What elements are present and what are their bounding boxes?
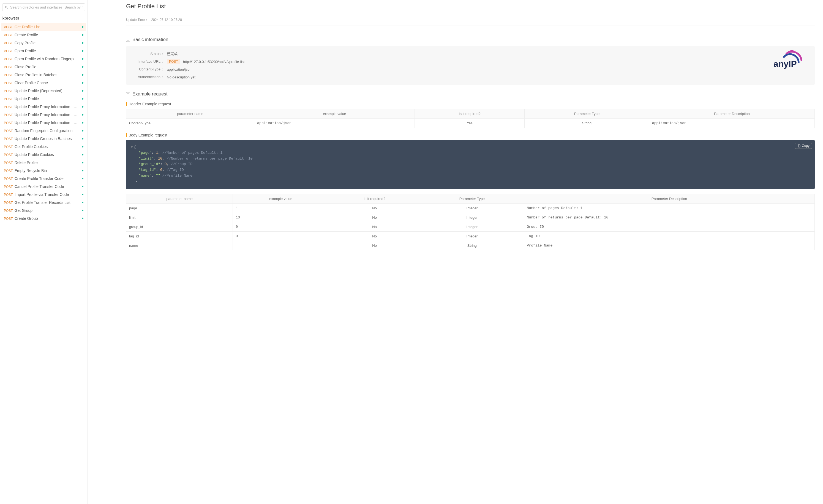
code-close: } xyxy=(131,179,810,185)
cell-desc: application/json xyxy=(649,118,814,128)
sidebar-item[interactable]: POSTGet Profile List xyxy=(1,23,86,31)
http-method-label: POST xyxy=(4,177,13,181)
sidebar-item-label: Update Profile (Deprecated) xyxy=(15,88,62,93)
cell-example: 10 xyxy=(233,213,329,222)
sub-body-request: Body Example request xyxy=(126,133,815,137)
http-method-label: POST xyxy=(4,153,13,157)
status-dot-icon xyxy=(82,138,84,140)
cell-required: Yes xyxy=(415,118,525,128)
http-method-label: POST xyxy=(4,145,13,149)
http-method-label: POST xyxy=(4,121,13,125)
sidebar-item[interactable]: POSTOpen Profile with Random Fingerprint… xyxy=(1,55,86,63)
sidebar-item[interactable]: POSTUpdate Profile Proxy Information - P… xyxy=(1,103,86,110)
http-method-label: POST xyxy=(4,105,13,109)
cell-param-name: limit xyxy=(126,213,233,222)
status-dot-icon xyxy=(82,130,84,132)
sidebar-item[interactable]: POSTUpdate Profile (Deprecated) xyxy=(1,87,86,95)
cell-type: Integer xyxy=(420,203,524,213)
sidebar-item[interactable]: POSTRandom Fingerprint Configuration xyxy=(1,127,86,135)
svg-text:anyIP: anyIP xyxy=(774,59,797,69)
sidebar-item[interactable]: POSTClose Profiles in Batches xyxy=(1,71,86,79)
sidebar-item[interactable]: POSTUpdate Profile Groups in Batches xyxy=(1,135,86,143)
sidebar-item-label: Open Profile with Random Fingerprint Co… xyxy=(15,57,78,61)
status-dot-icon xyxy=(82,162,84,164)
cell-example: 1 xyxy=(233,203,329,213)
status-dot-icon xyxy=(82,146,84,148)
sidebar-item[interactable]: POSTCopy Profile xyxy=(1,39,86,47)
sidebar-item[interactable]: POSTUpdate Profile Cookies xyxy=(1,151,86,159)
sidebar-item[interactable]: POSTCreate Group xyxy=(1,215,86,222)
update-time-label: Update Time： xyxy=(126,18,148,22)
status-dot-icon xyxy=(82,194,84,195)
status-dot-icon xyxy=(82,66,84,68)
sidebar: ixbrowser POSTGet Profile ListPOSTCreate… xyxy=(0,0,88,504)
cell-example: application/json xyxy=(254,118,415,128)
sidebar-item[interactable]: POSTEmpty Recycle Bin xyxy=(1,167,86,175)
sidebar-item-label: Get Profile Cookies xyxy=(15,145,48,149)
cell-type: Integer xyxy=(420,231,524,241)
code-open: ▼{ xyxy=(131,145,810,150)
http-method-label: POST xyxy=(4,185,13,189)
content-type-value: application/json xyxy=(167,67,192,71)
sidebar-item[interactable]: POSTUpdate Profile xyxy=(1,95,86,102)
doc-icon xyxy=(126,92,130,96)
status-dot-icon xyxy=(82,218,84,219)
code-line: "name": "" //Profile Name xyxy=(131,173,810,179)
copy-icon xyxy=(797,144,801,148)
cell-example: 0 xyxy=(233,231,329,241)
sidebar-item[interactable]: POSTOpen Profile xyxy=(1,47,86,55)
http-method-label: POST xyxy=(4,81,13,85)
sidebar-item-label: Get Group xyxy=(15,208,32,213)
info-row-status: Status： 已完成 xyxy=(132,50,809,58)
update-time-value: 2024-07-12 10:07:28 xyxy=(151,18,182,22)
sidebar-item[interactable]: POSTGet Profile Cookies xyxy=(1,143,86,151)
cell-desc: Number of returns per page Default: 10 xyxy=(524,213,814,222)
body-params-table: parameter nameexample valueIs it require… xyxy=(126,194,815,250)
cell-param-name: Content-Type xyxy=(126,118,254,128)
http-method-label: POST xyxy=(4,33,13,37)
search-box[interactable] xyxy=(2,3,85,11)
cell-type: Integer xyxy=(420,213,524,222)
basic-info-card: anyIP Status： 已完成 Interface URL： POST ht… xyxy=(126,46,815,85)
info-row-auth: Authentication： No description yet xyxy=(132,73,809,81)
sidebar-item-label: Random Fingerprint Configuration xyxy=(15,129,73,133)
sidebar-item-label: Create Profile Transfer Code xyxy=(15,176,63,181)
table-header-cell: parameter name xyxy=(126,109,254,118)
table-row: page1NoIntegerNumber of pages Default: 1 xyxy=(126,203,815,213)
status-dot-icon xyxy=(82,202,84,203)
copy-button[interactable]: Copy xyxy=(795,143,812,149)
cell-required: No xyxy=(329,231,420,241)
sidebar-item[interactable]: POSTImport Profile via Transfer Code xyxy=(1,191,86,198)
cell-required: No xyxy=(329,241,420,250)
auth-value: No description yet xyxy=(167,75,195,79)
http-method-label: POST xyxy=(4,49,13,53)
sidebar-item[interactable]: POSTUpdate Profile Proxy Information - P… xyxy=(1,111,86,118)
sidebar-item[interactable]: POSTCancel Profile Transfer Code xyxy=(1,183,86,190)
sidebar-item[interactable]: POSTGet Group xyxy=(1,207,86,214)
sidebar-item[interactable]: POSTClear Profile Cache xyxy=(1,79,86,87)
sidebar-item-label: Close Profiles in Batches xyxy=(15,73,57,77)
sidebar-item-label: Create Profile xyxy=(15,33,38,37)
search-input[interactable] xyxy=(10,5,83,9)
section-basic-info: Basic information xyxy=(126,37,815,42)
cell-param-name: page xyxy=(126,203,233,213)
sidebar-item[interactable]: POSTClose Profile xyxy=(1,63,86,71)
sidebar-item[interactable]: POSTUpdate Profile Proxy Information - C… xyxy=(1,119,86,127)
table-header-cell: Is it required? xyxy=(329,194,420,203)
sidebar-item[interactable]: POSTGet Profile Transfer Records List xyxy=(1,199,86,206)
table-row: Content-Typeapplication/jsonYesStringapp… xyxy=(126,118,815,128)
sidebar-item-label: Update Profile xyxy=(15,96,39,101)
sidebar-item[interactable]: POSTCreate Profile xyxy=(1,31,86,39)
http-method-label: POST xyxy=(4,137,13,141)
content-type-label: Content-Type： xyxy=(132,67,164,72)
http-method-label: POST xyxy=(4,113,13,117)
logo-anyip: anyIP xyxy=(774,49,812,70)
sidebar-item[interactable]: POSTDelete Profile xyxy=(1,159,86,167)
sidebar-item-label: Cancel Profile Transfer Code xyxy=(15,184,64,189)
table-header-cell: parameter name xyxy=(126,194,233,203)
table-row: nameNoStringProfile Name xyxy=(126,241,815,250)
sidebar-item[interactable]: POSTCreate Profile Transfer Code xyxy=(1,175,86,182)
cell-desc: Group ID xyxy=(524,222,814,231)
http-method-label: POST xyxy=(4,41,13,45)
status-dot-icon xyxy=(82,114,84,115)
